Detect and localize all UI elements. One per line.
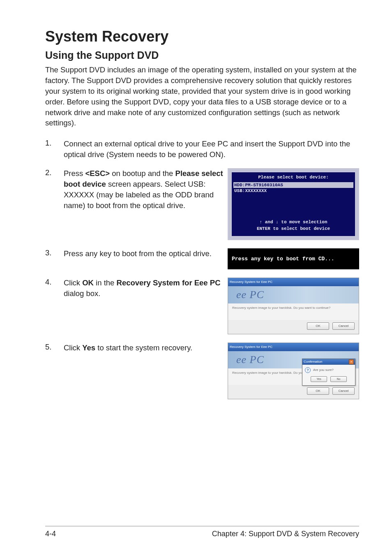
overlay-title: Confirmation: [304, 360, 322, 364]
step-number: 4.: [45, 278, 64, 287]
step-number: 5.: [45, 343, 64, 352]
step-2: 2. Press <ESC> on bootup and the Please …: [45, 168, 359, 240]
step-text: Click Yes to start the system recovery.: [64, 343, 224, 353]
section-subtitle: Using the Support DVD: [45, 49, 359, 61]
bios-boot-device-screenshot: Please select boot device: HDD:PM-ST9160…: [228, 168, 359, 240]
footer-chapter: Chapter 4: Support DVD & System Recovery: [212, 530, 359, 538]
step-number: 1.: [45, 139, 64, 148]
cancel-button: Cancel: [332, 322, 355, 330]
overlay-body: Are you sure?: [313, 368, 334, 372]
page-footer: 4-4 Chapter 4: Support DVD & System Reco…: [45, 526, 359, 538]
intro-paragraph: The Support DVD includes an image of the…: [45, 65, 359, 128]
dialog-body: Recovery system image to your harddisk. …: [228, 303, 359, 320]
eeepc-logo: ee PC: [236, 354, 264, 366]
dialog-title: Recovery System for Eee PC: [230, 345, 272, 349]
bios-title: Please select boot device:: [232, 172, 355, 181]
cancel-button: Cancel: [332, 387, 355, 395]
step-1: 1. Connect an external optical drive to …: [45, 139, 359, 160]
page-title: System Recovery: [45, 28, 359, 45]
step-number: 2.: [45, 168, 64, 177]
bios-item-selected: HDD:PM-ST9160310AS: [233, 182, 353, 188]
ok-button: OK: [307, 387, 329, 395]
boot-from-cd-screenshot: Press any key to boot from CD...: [228, 248, 359, 269]
step-5: 5. Click Yes to start the system recover…: [45, 343, 359, 399]
close-icon: ×: [349, 359, 354, 364]
step-text: Connect an external optical drive to you…: [64, 139, 359, 160]
footer-page-number: 4-4: [45, 530, 56, 538]
yes-button: Yes: [311, 376, 327, 382]
step-text: Press <ESC> on bootup and the Please sel…: [64, 168, 224, 211]
bios-hint: ↑ and ↓ to move selection ENTER to selec…: [232, 216, 355, 236]
bios-item: USB:XXXXXXXX: [233, 188, 353, 194]
step-list: 1. Connect an external optical drive to …: [45, 139, 359, 399]
dialog-title: Recovery System for Eee PC: [230, 280, 272, 284]
ok-button: OK: [307, 322, 329, 330]
step-text: Press any key to boot from the optical d…: [64, 248, 224, 259]
question-icon: ?: [305, 367, 311, 373]
recovery-confirm-dialog-screenshot: Recovery System for Eee PC ee PC Recover…: [228, 343, 359, 399]
no-button: No: [330, 376, 347, 382]
step-4: 4. Click OK in the Recovery System for E…: [45, 278, 359, 334]
eeepc-logo: ee PC: [236, 289, 264, 301]
step-text: Click OK in the Recovery System for Eee …: [64, 278, 224, 299]
step-3: 3. Press any key to boot from the optica…: [45, 248, 359, 269]
step-number: 3.: [45, 248, 64, 257]
recovery-dialog-screenshot: Recovery System for Eee PC ee PC Recover…: [228, 278, 359, 334]
confirmation-overlay: Confirmation × ? Are you sure? Yes No: [302, 359, 355, 386]
